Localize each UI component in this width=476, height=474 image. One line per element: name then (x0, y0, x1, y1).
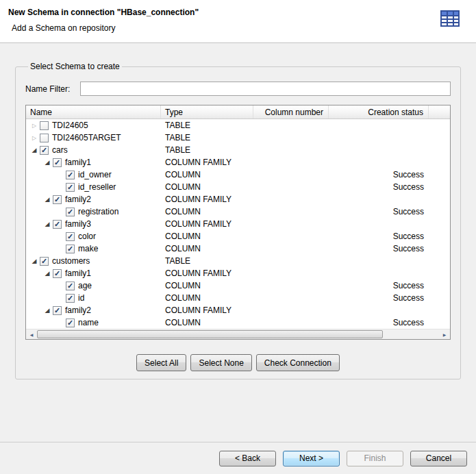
row-column-number (253, 119, 329, 132)
column-header-creation-status[interactable]: Creation status (329, 105, 429, 118)
row-type: TABLE (161, 132, 253, 144)
row-checkbox[interactable]: ✓ (53, 269, 62, 278)
row-column-number (253, 304, 329, 316)
table-header: Name Type Column number Creation status (26, 105, 450, 119)
row-filler (429, 169, 450, 181)
collapse-toggle-icon[interactable]: ◢ (29, 147, 40, 153)
table-row[interactable]: ◢✓family2COLUMN FAMILY (26, 304, 450, 316)
row-checkbox[interactable]: ✓ (66, 245, 75, 253)
table-row[interactable]: ◢✓customersTABLE (26, 255, 450, 267)
row-name-cell: ✓color (26, 230, 161, 242)
table-row[interactable]: ✓idCOLUMNSuccess (26, 292, 450, 304)
table-row[interactable]: ✓registrationCOLUMNSuccess (26, 205, 450, 218)
table-row[interactable]: ✓makeCOLUMNSuccess (26, 242, 450, 255)
row-checkbox[interactable]: ✓ (40, 257, 49, 266)
table-row[interactable]: ▷TDI24605TABLE (26, 119, 450, 132)
column-header-column-number[interactable]: Column number (253, 105, 329, 118)
column-header-filler (429, 105, 450, 118)
row-filler (429, 181, 450, 193)
row-type: COLUMN FAMILY (161, 304, 253, 316)
row-checkbox[interactable] (40, 134, 49, 142)
table-row[interactable]: ✓nameCOLUMNSuccess (26, 316, 450, 329)
collapse-toggle-icon[interactable]: ◢ (29, 258, 40, 264)
row-checkbox[interactable]: ✓ (66, 282, 75, 290)
row-checkbox[interactable]: ✓ (66, 183, 75, 192)
next-button[interactable]: Next > (283, 451, 340, 466)
row-column-number (253, 181, 329, 193)
row-type: COLUMN (161, 181, 253, 193)
row-creation-status: Success (329, 279, 429, 292)
row-checkbox[interactable]: ✓ (53, 306, 62, 315)
row-checkbox[interactable]: ✓ (53, 220, 62, 229)
row-creation-status (329, 193, 429, 205)
row-name-cell: ✓id (26, 292, 161, 304)
collapse-toggle-icon[interactable]: ◢ (42, 159, 53, 166)
row-checkbox[interactable]: ✓ (40, 146, 49, 155)
name-filter-input[interactable] (80, 82, 451, 96)
finish-button[interactable]: Finish (347, 451, 403, 466)
row-type: COLUMN (161, 279, 253, 292)
row-type: TABLE (161, 255, 253, 267)
scroll-left-arrow-icon[interactable]: ◀ (26, 329, 37, 339)
row-column-number (253, 205, 329, 218)
collapse-toggle-icon[interactable]: ◢ (42, 307, 53, 314)
row-checkbox[interactable]: ✓ (66, 319, 75, 327)
row-checkbox[interactable]: ✓ (66, 208, 75, 216)
row-checkbox[interactable]: ✓ (66, 294, 75, 303)
table-row[interactable]: ✓ageCOLUMNSuccess (26, 279, 450, 292)
check-connection-button[interactable]: Check Connection (256, 354, 340, 371)
select-none-button[interactable]: Select None (190, 354, 251, 371)
row-name-cell: ◢✓family1 (26, 156, 161, 169)
row-name-label: id_reseller (78, 182, 116, 192)
expand-toggle-icon[interactable]: ▷ (29, 123, 40, 129)
back-button[interactable]: < Back (219, 451, 276, 466)
table-row[interactable]: ◢✓family3COLUMN FAMILY (26, 218, 450, 230)
row-column-number (253, 242, 329, 255)
table-row[interactable]: ✓colorCOLUMNSuccess (26, 230, 450, 242)
row-name-label: registration (78, 207, 118, 216)
table-row[interactable]: ◢✓family1COLUMN FAMILY (26, 267, 450, 279)
table-row[interactable]: ◢✓family1COLUMN FAMILY (26, 156, 450, 169)
row-column-number (253, 218, 329, 230)
scrollbar-thumb[interactable] (37, 330, 383, 338)
row-name-cell: ✓registration (26, 205, 161, 218)
expand-toggle-icon[interactable]: ▷ (29, 135, 40, 141)
table-row[interactable]: ◢✓family2COLUMN FAMILY (26, 193, 450, 205)
collapse-toggle-icon[interactable]: ◢ (42, 270, 53, 277)
row-checkbox[interactable]: ✓ (66, 171, 75, 179)
row-name-cell: ◢✓family2 (26, 304, 161, 316)
row-name-label: name (78, 318, 99, 327)
row-name-label: make (78, 244, 98, 253)
scrollbar-track[interactable] (383, 329, 439, 339)
column-header-name[interactable]: Name (26, 105, 161, 118)
row-checkbox[interactable]: ✓ (53, 158, 62, 167)
collapse-toggle-icon[interactable]: ◢ (42, 196, 53, 203)
row-filler (429, 267, 450, 279)
row-column-number (253, 193, 329, 205)
row-name-label: age (78, 281, 92, 290)
collapse-toggle-icon[interactable]: ◢ (42, 221, 53, 227)
row-type: COLUMN (161, 230, 253, 242)
row-name-label: family2 (65, 305, 91, 315)
table-row[interactable]: ✓id_resellerCOLUMNSuccess (26, 181, 450, 193)
row-type: COLUMN FAMILY (161, 218, 253, 230)
row-checkbox[interactable]: ✓ (53, 195, 62, 204)
dialog-subtitle: Add a Schema on repository (12, 23, 468, 33)
row-filler (429, 255, 450, 267)
table-row[interactable]: ▷TDI24605TARGETTABLE (26, 132, 450, 144)
horizontal-scrollbar[interactable]: ◀ ▶ (26, 329, 450, 339)
row-creation-status (329, 267, 429, 279)
scroll-right-arrow-icon[interactable]: ▶ (439, 329, 450, 339)
row-checkbox[interactable]: ✓ (66, 232, 75, 241)
table-row[interactable]: ◢✓carsTABLE (26, 144, 450, 156)
row-column-number (253, 279, 329, 292)
column-header-type[interactable]: Type (161, 105, 253, 118)
select-all-button[interactable]: Select All (136, 354, 186, 371)
row-creation-status: Success (329, 205, 429, 218)
row-creation-status (329, 144, 429, 156)
row-name-cell: ◢✓cars (26, 144, 161, 156)
row-checkbox[interactable] (40, 121, 49, 130)
row-filler (429, 144, 450, 156)
table-row[interactable]: ✓id_ownerCOLUMNSuccess (26, 169, 450, 181)
cancel-button[interactable]: Cancel (410, 451, 467, 466)
